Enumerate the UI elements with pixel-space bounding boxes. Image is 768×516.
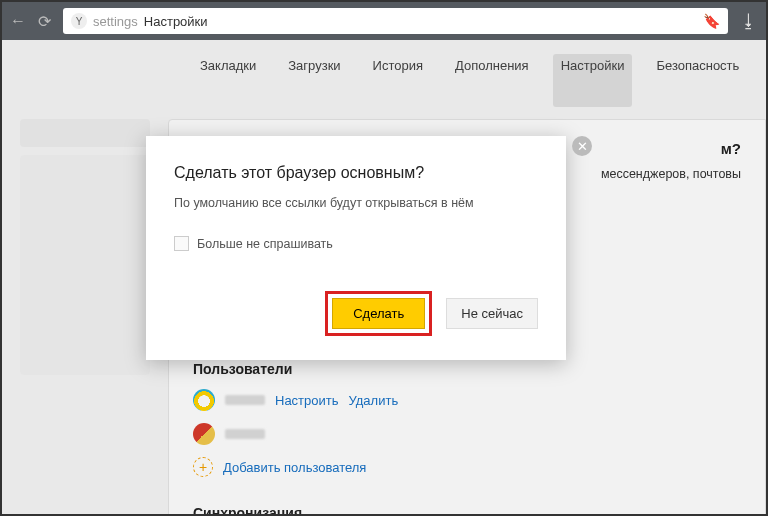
dialog-body: По умолчанию все ссылки будут открыватьс… xyxy=(174,196,538,210)
dialog-actions: Сделать Не сейчас xyxy=(174,291,538,336)
address-bar[interactable]: Y settings Настройки 🔖 xyxy=(63,8,728,34)
browser-toolbar: ← ⟳ Y settings Настройки 🔖 ⭳ xyxy=(2,2,766,40)
download-icon[interactable]: ⭳ xyxy=(740,11,758,32)
address-title: Настройки xyxy=(144,14,208,29)
address-path: settings xyxy=(93,14,138,29)
site-icon: Y xyxy=(71,13,87,29)
content-area: Закладки Загрузки История Дополнения Нас… xyxy=(2,40,766,514)
bookmark-icon[interactable]: 🔖 xyxy=(703,13,720,29)
close-icon[interactable]: ✕ xyxy=(572,136,592,156)
checkbox-label: Больше не спрашивать xyxy=(197,237,333,251)
back-icon[interactable]: ← xyxy=(10,12,26,30)
reload-icon[interactable]: ⟳ xyxy=(38,12,51,31)
dont-ask-row[interactable]: Больше не спрашивать xyxy=(174,236,538,251)
primary-highlight: Сделать xyxy=(325,291,432,336)
make-default-button[interactable]: Сделать xyxy=(332,298,425,329)
checkbox[interactable] xyxy=(174,236,189,251)
not-now-button[interactable]: Не сейчас xyxy=(446,298,538,329)
default-browser-dialog: ✕ Сделать этот браузер основным? По умол… xyxy=(146,136,566,360)
dialog-title: Сделать этот браузер основным? xyxy=(174,164,538,182)
